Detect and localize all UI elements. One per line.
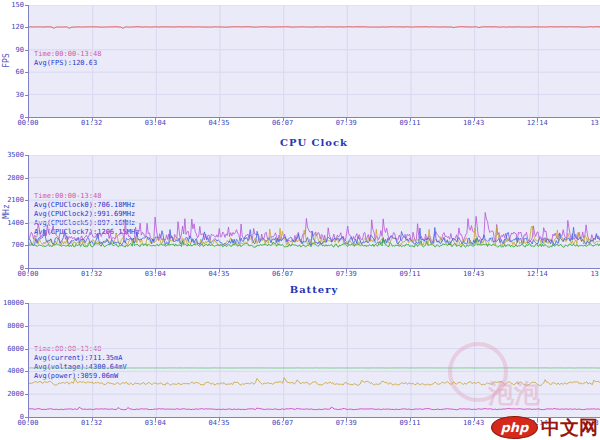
- fps-xtick-mark: [346, 118, 347, 121]
- cpu-clock-xtick-mark: [537, 269, 538, 272]
- battery-xtick-mark: [346, 418, 347, 421]
- cpu-clock-ytick-label: 700: [0, 241, 24, 249]
- battery-plot-canvas: [29, 303, 600, 417]
- battery-ytick-label: 6000: [0, 345, 24, 353]
- fps-xtick-mark: [219, 118, 220, 121]
- cpu-clock-xtick-mark: [28, 269, 29, 272]
- fps-xtick-mark: [155, 118, 156, 121]
- cpu-clock-xtick-mark: [283, 269, 284, 272]
- battery-ytick-mark: [25, 303, 28, 304]
- fps-ytick-label: 30: [0, 91, 24, 99]
- battery-ytick-label: 4000: [0, 367, 24, 375]
- battery-xtick-mark: [219, 418, 220, 421]
- cpu-clock-xtick-mark: [92, 269, 93, 272]
- battery-xtick-mark: [155, 418, 156, 421]
- battery-xtick-mark: [92, 418, 93, 421]
- fps-ytick-label: 150: [0, 1, 24, 9]
- cpu-clock-xtick-mark: [346, 269, 347, 272]
- fps-plot-canvas: [29, 5, 600, 117]
- cpu-clock-xtick-mark: [219, 269, 220, 272]
- cpu-clock-xtick-label: 13:46: [590, 270, 600, 278]
- cpu-clock-title: CPU Clock: [28, 137, 600, 148]
- cpu-clock-xtick-mark: [155, 269, 156, 272]
- php-logo-site-name: 中文网: [541, 415, 598, 440]
- fps-ytick-label: 120: [0, 23, 24, 31]
- cpu-clock-series-CPUClock7: [29, 213, 600, 243]
- battery-series-power: [29, 378, 600, 386]
- cpu-clock-ytick-mark: [25, 200, 28, 201]
- fps-xtick-mark: [283, 118, 284, 121]
- cpu-clock-plot-canvas: [29, 155, 600, 268]
- battery-plot: Time:00:00-13:48Avg(current):711.35mAAvg…: [28, 303, 600, 418]
- cpu-clock-xtick-mark: [410, 269, 411, 272]
- battery-title: Battery: [28, 284, 600, 295]
- cpu-clock-ytick-mark: [25, 245, 28, 246]
- fps-xtick-label: 13:46: [590, 119, 600, 127]
- fps-plot: Time:00:00-13:48Avg(FPS):120.63: [28, 5, 600, 118]
- php-cn-watermark-logo: php 中文网: [491, 416, 598, 439]
- cpu-clock-xtick-mark: [474, 269, 475, 272]
- cpu-clock-ytick-label: 3500: [0, 151, 24, 159]
- battery-series-current: [29, 407, 600, 410]
- battery-ytick-label: 10000: [0, 299, 24, 307]
- fps-ytick-mark: [25, 72, 28, 73]
- battery-xtick-mark: [474, 418, 475, 421]
- fps-xtick-mark: [410, 118, 411, 121]
- cpu-clock-plot: Time:00:00-13:48Avg(CPUClock0):706.18MHz…: [28, 155, 600, 269]
- cpu-clock-ytick-mark: [25, 155, 28, 156]
- cpu-clock-ytick-mark: [25, 178, 28, 179]
- battery-ytick-mark: [25, 371, 28, 372]
- battery-ytick-mark: [25, 349, 28, 350]
- fps-xtick-mark: [474, 118, 475, 121]
- fps-xtick-mark: [28, 118, 29, 121]
- fps-y-axis-label: FPS: [2, 41, 11, 81]
- battery-ytick-mark: [25, 394, 28, 395]
- cpu-clock-ytick-label: 2800: [0, 174, 24, 182]
- battery-ytick-mark: [25, 326, 28, 327]
- fps-ytick-mark: [25, 5, 28, 6]
- fps-ytick-mark: [25, 50, 28, 51]
- php-logo-badge-icon: php: [491, 416, 538, 439]
- fps-ytick-mark: [25, 95, 28, 96]
- battery-ytick-label: 8000: [0, 322, 24, 330]
- battery-ytick-label: 2000: [0, 390, 24, 398]
- battery-xtick-mark: [410, 418, 411, 421]
- cpu-clock-y-axis-label: MHz: [2, 191, 11, 231]
- fps-xtick-mark: [92, 118, 93, 121]
- fps-ytick-mark: [25, 27, 28, 28]
- cpu-clock-ytick-mark: [25, 223, 28, 224]
- battery-xtick-mark: [283, 418, 284, 421]
- battery-xtick-mark: [28, 418, 29, 421]
- performance-dashboard: CPU Clock Battery Time:00:00-13:48Avg(FP…: [0, 0, 600, 440]
- fps-xtick-mark: [537, 118, 538, 121]
